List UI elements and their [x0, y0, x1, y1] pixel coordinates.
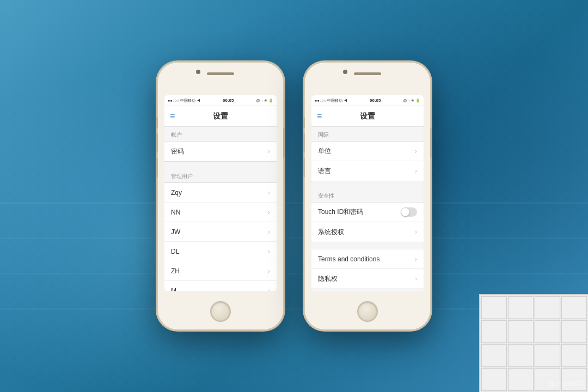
chevron-sysauth: ›: [415, 228, 417, 236]
screen-content-left: ●●○○○ 中国移动 ◀ 00:05 @ ↑ ✳ 🔋 ≡ 设置 帐户 密码: [164, 95, 277, 291]
screen-content-right: ●●○○○ 中国移动 ◀ 00:05 @ ↑ ✳ 🔋 ≡ 设置 国际 单位: [311, 95, 424, 291]
section-header-account: 帐户: [164, 127, 277, 141]
item-label-dl: DL: [171, 248, 179, 255]
chevron-zqy: ›: [268, 189, 270, 197]
carrier-right: ●●○○○ 中国移动 ◀: [315, 98, 347, 103]
item-label-language: 语言: [318, 167, 331, 176]
list-item-jw[interactable]: JW ›: [164, 222, 277, 242]
item-label-privacy: 隐私权: [318, 274, 338, 284]
home-button-right[interactable]: [357, 301, 378, 322]
list-item-units[interactable]: 单位 ›: [311, 142, 424, 161]
home-button-left[interactable]: [210, 301, 231, 322]
chevron-dl: ›: [268, 248, 270, 255]
item-label-units: 单位: [318, 146, 331, 156]
item-label-password: 密码: [171, 147, 184, 156]
item-label-sysauth: 系统授权: [318, 228, 344, 237]
list-item-zqy[interactable]: Zqy ›: [164, 183, 277, 203]
phone-mute-btn-right: [303, 117, 305, 128]
list-item-dl[interactable]: DL ›: [164, 242, 277, 261]
list-item-zh[interactable]: ZH ›: [164, 261, 277, 281]
phone-power-btn-right: [430, 128, 432, 158]
settings-body-left: 帐户 密码 › 管理用户 Zqy ›: [164, 127, 277, 291]
status-bar-right: ●●○○○ 中国移动 ◀ 00:05 @ ↑ ✳ 🔋: [311, 95, 424, 106]
section-header-users: 管理用户: [164, 168, 277, 182]
list-item-terms[interactable]: Terms and conditions ›: [311, 249, 424, 269]
phone-camera-left: [196, 70, 200, 74]
chevron-privacy: ›: [415, 275, 417, 283]
status-bar-left: ●●○○○ 中国移动 ◀ 00:05 @ ↑ ✳ 🔋: [164, 95, 277, 106]
phone-vol-down-btn-right: [303, 158, 305, 177]
item-label-touchid: Touch ID和密码: [318, 207, 363, 217]
section-header-intl: 国际: [311, 127, 424, 141]
chevron-language: ›: [415, 167, 417, 175]
status-icons-right: @ ↑ ✳ 🔋: [403, 99, 420, 103]
menu-icon-right[interactable]: ≡: [317, 112, 322, 121]
list-item-sysauth[interactable]: 系统授权 ›: [311, 222, 424, 242]
phone-vol-down-btn-left: [156, 158, 158, 177]
list-group-security: Touch ID和密码 系统授权 ›: [311, 202, 424, 242]
phone-camera-right: [343, 70, 347, 74]
phone-vol-up-btn-right: [303, 133, 305, 152]
nav-bar-left: ≡ 设置: [164, 106, 277, 127]
phone-vol-up-btn-left: [156, 133, 158, 152]
list-group-legal: Terms and conditions › 隐私权 ›: [311, 249, 424, 289]
list-item-privacy[interactable]: 隐私权 ›: [311, 269, 424, 289]
phone-power-btn-left: [283, 128, 285, 158]
item-label-zh: ZH: [171, 267, 180, 275]
item-label-zqy: Zqy: [171, 189, 182, 197]
spacer-1: [164, 162, 277, 168]
spacer-right-3: [311, 289, 424, 291]
phone-speaker-right: [354, 72, 381, 75]
chevron-units: ›: [415, 148, 417, 155]
item-label-terms: Terms and conditions: [318, 255, 379, 263]
phone-speaker-left: [207, 72, 234, 75]
phone-screen-right: ●●○○○ 中国移动 ◀ 00:05 @ ↑ ✳ 🔋 ≡ 设置 国际 单位: [311, 95, 424, 291]
nav-bar-right: ≡ 设置: [311, 106, 424, 127]
watermark: 值 什么值得买: [549, 380, 584, 388]
section-header-security: 安全性: [311, 188, 424, 202]
menu-icon-left[interactable]: ≡: [170, 112, 175, 121]
nav-title-right: 设置: [360, 112, 375, 121]
list-item-nn[interactable]: NN ›: [164, 203, 277, 222]
phone-left: ●●○○○ 中国移动 ◀ 00:05 @ ↑ ✳ 🔋 ≡ 设置 帐户 密码: [158, 63, 283, 329]
item-label-nn: NN: [171, 209, 180, 216]
list-group-account: 密码 ›: [164, 141, 277, 162]
spacer-right-1: [311, 181, 424, 188]
list-item-language[interactable]: 语言 ›: [311, 161, 424, 181]
spacer-right-2: [311, 242, 424, 249]
chevron-m: ›: [268, 287, 270, 292]
phone-screen-left: ●●○○○ 中国移动 ◀ 00:05 @ ↑ ✳ 🔋 ≡ 设置 帐户 密码: [164, 95, 277, 291]
list-item-m[interactable]: M ›: [164, 281, 277, 291]
chevron-terms: ›: [415, 255, 417, 263]
list-group-users: Zqy › NN › JW › DL ›: [164, 182, 277, 291]
carrier-left: ●●○○○ 中国移动 ◀: [168, 98, 200, 103]
list-item-password[interactable]: 密码 ›: [164, 142, 277, 161]
chevron-jw: ›: [268, 228, 270, 236]
phone-mute-btn-left: [156, 117, 158, 128]
chevron-zh: ›: [268, 267, 270, 275]
toggle-touchid[interactable]: [401, 207, 417, 217]
phone-right: ●●○○○ 中国移动 ◀ 00:05 @ ↑ ✳ 🔋 ≡ 设置 国际 单位: [305, 63, 430, 329]
status-icons-left: @ ↑ ✳ 🔋: [256, 99, 273, 103]
nav-title-left: 设置: [213, 112, 228, 121]
item-label-jw: JW: [171, 228, 180, 236]
settings-body-right: 国际 单位 › 语言 › 安全性: [311, 127, 424, 291]
time-right: 00:05: [370, 98, 381, 103]
time-left: 00:05: [223, 98, 234, 103]
chevron-nn: ›: [268, 209, 270, 216]
item-label-m: M: [171, 287, 176, 292]
list-item-touchid[interactable]: Touch ID和密码: [311, 203, 424, 222]
phones-wrapper: ●●○○○ 中国移动 ◀ 00:05 @ ↑ ✳ 🔋 ≡ 设置 帐户 密码: [0, 0, 588, 392]
list-group-intl: 单位 › 语言 ›: [311, 141, 424, 181]
chevron-password: ›: [268, 148, 270, 155]
